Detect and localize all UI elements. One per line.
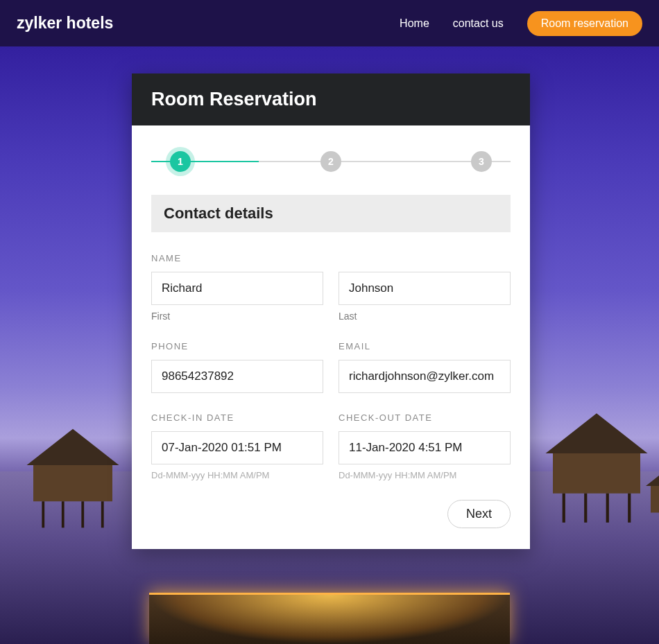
reservation-card: Room Reservation 1 2 3 Contact details N… — [132, 73, 530, 549]
email-input[interactable] — [339, 360, 511, 393]
label-name-spacer — [339, 253, 511, 263]
step-3[interactable]: 3 — [471, 151, 492, 172]
checkin-input[interactable] — [151, 431, 323, 464]
hint-checkout: Dd-MMM-yyy HH:MM AM/PM — [339, 470, 511, 480]
col-checkout: CHECK-OUT DATE Dd-MMM-yyy HH:MM AM/PM — [339, 412, 511, 480]
col-first-name: NAME First — [151, 253, 323, 322]
step-line-done — [151, 161, 259, 162]
label-name: NAME — [151, 253, 323, 263]
col-last-name: Last — [339, 253, 511, 322]
col-email: EMAIL — [339, 341, 511, 393]
nav-cta-reservation[interactable]: Room reservation — [527, 11, 642, 36]
decor-hut — [546, 413, 648, 523]
last-name-input[interactable] — [339, 272, 511, 305]
nav-links: Home contact us Room reservation — [400, 11, 642, 36]
first-name-input[interactable] — [151, 272, 323, 305]
navbar: zylker hotels Home contact us Room reser… — [0, 0, 659, 46]
col-checkin: CHECK-IN DATE Dd-MMM-yyy HH:MM AM/PM — [151, 412, 323, 480]
nav-link-home[interactable]: Home — [400, 17, 429, 30]
row-phone-email: PHONE EMAIL — [151, 341, 511, 393]
checkout-input[interactable] — [339, 431, 511, 464]
label-checkout: CHECK-OUT DATE — [339, 412, 511, 423]
decor-hut — [27, 429, 119, 528]
row-dates: CHECK-IN DATE Dd-MMM-yyy HH:MM AM/PM CHE… — [151, 412, 511, 480]
phone-input[interactable] — [151, 360, 323, 393]
hint-checkin: Dd-MMM-yyy HH:MM AM/PM — [151, 470, 323, 480]
card-title: Room Reservation — [132, 73, 530, 125]
stepper: 1 2 3 — [151, 148, 511, 175]
card-body: 1 2 3 Contact details NAME First Last PH… — [132, 125, 530, 549]
col-phone: PHONE — [151, 341, 323, 393]
next-button[interactable]: Next — [447, 500, 511, 528]
decor-dock — [149, 593, 510, 644]
decor-hut — [646, 460, 659, 532]
label-phone: PHONE — [151, 341, 323, 351]
sublabel-last: Last — [339, 311, 511, 322]
brand-logo[interactable]: zylker hotels — [17, 14, 113, 33]
row-name: NAME First Last — [151, 253, 511, 322]
step-1[interactable]: 1 — [170, 151, 191, 172]
nav-link-contact[interactable]: contact us — [453, 17, 504, 30]
section-title: Contact details — [151, 195, 511, 232]
label-checkin: CHECK-IN DATE — [151, 412, 323, 423]
label-email: EMAIL — [339, 341, 511, 351]
sublabel-first: First — [151, 311, 323, 322]
step-2[interactable]: 2 — [320, 151, 341, 172]
next-row: Next — [151, 500, 511, 528]
